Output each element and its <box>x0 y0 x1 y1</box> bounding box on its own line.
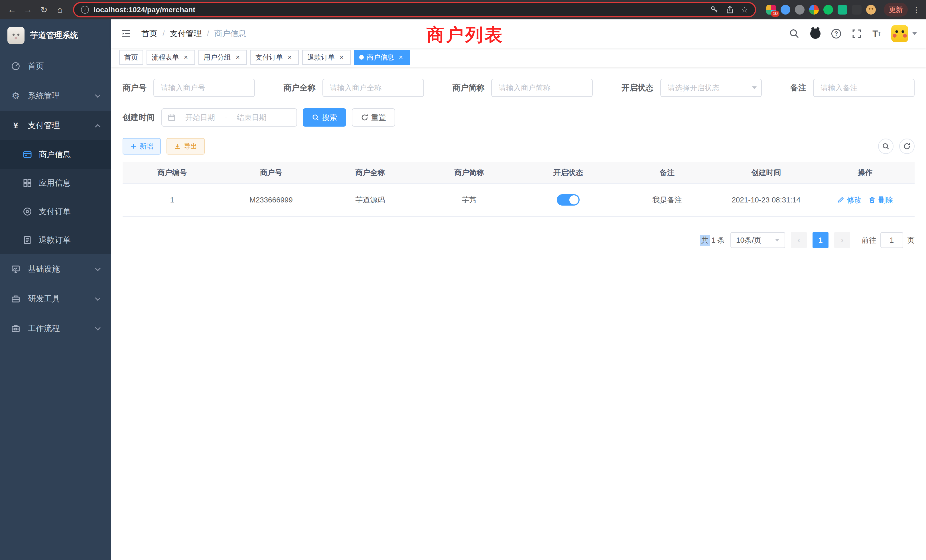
search-button[interactable]: 搜索 <box>303 108 346 127</box>
next-page-button[interactable]: › <box>834 232 850 248</box>
help-icon[interactable]: ? <box>831 29 841 38</box>
refresh-icon[interactable] <box>899 139 915 154</box>
close-icon[interactable]: × <box>234 53 242 61</box>
browser-home-button[interactable]: ⌂ <box>53 2 67 17</box>
sidebar-item-label: 研发工具 <box>28 294 60 304</box>
page-1-button[interactable]: 1 <box>813 232 829 248</box>
sidebar-item-pay-orders[interactable]: 支付订单 <box>0 197 111 226</box>
sidebar-item-label: 首页 <box>28 61 44 71</box>
col-header: 商户全称 <box>321 168 420 178</box>
sidebar-item-label: 支付订单 <box>39 206 71 217</box>
reset-button[interactable]: 重置 <box>352 108 395 127</box>
breadcrumb-home[interactable]: 首页 <box>141 28 157 39</box>
tab-refund-orders[interactable]: 退款订单 × <box>302 50 351 65</box>
edit-link[interactable]: 修改 <box>837 195 862 205</box>
cell-merchant-no: M233666999 <box>221 195 321 204</box>
add-button[interactable]: 新增 <box>123 138 161 154</box>
dashboard-icon <box>11 61 21 71</box>
close-icon[interactable]: × <box>337 53 345 61</box>
browser-forward-button[interactable]: → <box>21 2 35 17</box>
status-toggle[interactable] <box>557 194 580 206</box>
page-content: 商户号 商户全称 商户简称 开启状态 <box>111 67 926 560</box>
url-text[interactable]: localhost:1024/pay/merchant <box>94 5 195 14</box>
header-search-icon[interactable] <box>789 29 799 39</box>
filter-label: 商户号 <box>123 82 153 93</box>
col-header: 备注 <box>617 168 716 178</box>
extension-dark-icon[interactable] <box>852 5 862 15</box>
logo-rabbit-avatar <box>8 27 24 44</box>
date-end-input[interactable] <box>230 113 274 122</box>
sidebar-item-label: 工作流程 <box>28 323 60 334</box>
col-header: 商户编号 <box>123 168 221 178</box>
cell-remark: 我是备注 <box>617 195 716 205</box>
merchant-short-name-input[interactable] <box>491 79 593 97</box>
main-area: 商户列表 首页 / 支付管理 / 商户信息 ? <box>111 20 926 560</box>
profile-avatar-icon[interactable] <box>866 5 876 15</box>
extension-slack-icon[interactable]: 10 <box>766 5 776 15</box>
browser-menu-icon[interactable]: ⋮ <box>911 5 921 15</box>
sidebar-item-workflow[interactable]: 工作流程 <box>0 314 111 343</box>
sidebar-item-system[interactable]: ⚙ 系统管理 <box>0 81 111 110</box>
refund-doc-icon <box>23 236 32 245</box>
browser-back-button[interactable]: ← <box>5 2 20 17</box>
sidebar-item-devtools[interactable]: 研发工具 <box>0 284 111 314</box>
date-start-input[interactable] <box>178 113 222 122</box>
app-logo[interactable]: 芋道管理系统 <box>0 20 111 51</box>
sidebar-item-payment[interactable]: ¥ 支付管理 <box>0 110 111 140</box>
tab-user-group[interactable]: 用户分组 × <box>198 50 247 65</box>
close-icon[interactable]: × <box>182 53 190 61</box>
sidebar-item-merchant-info[interactable]: 商户信息 <box>0 140 111 169</box>
top-navbar: 首页 / 支付管理 / 商户信息 ? TT <box>111 20 926 48</box>
filter-label: 开启状态 <box>622 82 660 93</box>
delete-link[interactable]: 删除 <box>869 195 893 205</box>
sidebar-item-refund-orders[interactable]: 退款订单 <box>0 226 111 254</box>
address-bar[interactable]: i localhost:1024/pay/merchant ☆ <box>73 2 756 17</box>
sidebar-item-app-info[interactable]: 应用信息 <box>0 169 111 197</box>
font-size-icon[interactable]: TT <box>872 29 881 39</box>
cell-actions: 修改 删除 <box>816 195 915 205</box>
date-range-picker[interactable]: - <box>161 108 297 127</box>
bookmark-star-icon[interactable]: ☆ <box>741 5 748 15</box>
workflow-icon <box>11 324 21 333</box>
extension-green-circle-icon[interactable] <box>823 5 833 15</box>
chrome-update-button[interactable]: 更新 <box>884 3 908 17</box>
status-select[interactable] <box>660 79 762 97</box>
prev-page-button[interactable]: ‹ <box>791 232 807 248</box>
fullscreen-icon[interactable] <box>852 29 862 38</box>
extension-green-square-icon[interactable] <box>838 5 847 15</box>
site-info-icon[interactable]: i <box>81 6 89 14</box>
close-icon[interactable]: × <box>397 53 405 61</box>
extensions-cluster: 10 <box>762 5 881 15</box>
breadcrumb-payment[interactable]: 支付管理 <box>170 28 202 39</box>
browser-reload-button[interactable]: ↻ <box>36 2 51 17</box>
goto-page-input[interactable] <box>881 232 903 248</box>
github-icon[interactable] <box>810 29 820 39</box>
toggle-search-icon[interactable] <box>878 139 894 154</box>
tab-process-form[interactable]: 流程表单 × <box>147 50 195 65</box>
tab-pay-orders[interactable]: 支付订单 × <box>250 50 299 65</box>
password-key-icon[interactable] <box>710 5 719 14</box>
extension-multicolor-icon[interactable] <box>809 5 819 15</box>
tab-home[interactable]: 首页 <box>119 50 143 65</box>
share-icon[interactable] <box>726 5 734 14</box>
app-title: 芋道管理系统 <box>30 30 78 41</box>
filter-merchant-name: 商户全称 <box>284 79 424 97</box>
close-icon[interactable]: × <box>286 53 294 61</box>
filter-row-1: 商户号 商户全称 商户简称 开启状态 <box>123 79 915 97</box>
merchant-no-input[interactable] <box>153 79 255 97</box>
tab-merchant-info[interactable]: 商户信息 × <box>354 50 410 65</box>
sidebar-item-label: 退款订单 <box>39 235 71 245</box>
merchant-name-input[interactable] <box>322 79 424 97</box>
user-avatar-menu[interactable] <box>891 25 917 42</box>
hamburger-icon[interactable] <box>120 28 132 39</box>
extension-blue-icon[interactable] <box>781 5 790 15</box>
sidebar-item-infrastructure[interactable]: 基础设施 <box>0 254 111 284</box>
chevron-down-icon <box>95 295 101 301</box>
extension-gray-icon[interactable] <box>795 5 805 15</box>
browser-toolbar: ← → ↻ ⌂ i localhost:1024/pay/merchant ☆ … <box>0 0 926 20</box>
pagination: 共 1 条 10条/页 ‹ 1 › 前往 页 <box>123 232 915 248</box>
page-size-select[interactable]: 10条/页 <box>731 232 785 248</box>
export-button[interactable]: 导出 <box>166 138 205 154</box>
sidebar-item-home[interactable]: 首页 <box>0 51 111 81</box>
remark-input[interactable] <box>813 79 915 97</box>
